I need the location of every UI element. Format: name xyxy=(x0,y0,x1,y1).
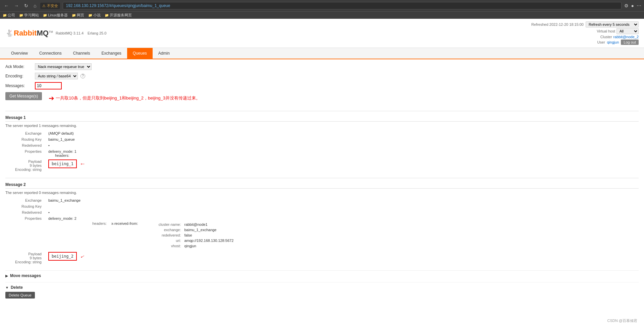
table-row: Routing Key xyxy=(5,203,639,209)
delivery-mode: delivery_mode: 1 xyxy=(48,149,636,153)
folder-icon: 📁 xyxy=(43,13,47,17)
address-bar[interactable] xyxy=(63,2,621,9)
payload-2-value: beijing_2 xyxy=(48,252,77,261)
chevron-down-icon: ▼ xyxy=(5,286,9,289)
properties-label: Properties xyxy=(5,215,46,251)
cluster-label: Cluster xyxy=(600,35,612,39)
messages-row: Messages: xyxy=(5,82,200,89)
user-label: User xyxy=(597,40,605,44)
payload-bytes: 9 bytes xyxy=(8,256,42,260)
bookmark-label: 学习网站 xyxy=(24,13,39,18)
bookmark-learning[interactable]: 📁 学习网站 xyxy=(19,13,39,18)
bookmark-opensource[interactable]: 📁 开源服务网页 xyxy=(105,13,132,18)
nav-bar: Overview Connections Channels Exchanges … xyxy=(0,48,644,59)
extensions-icon: ⚙ xyxy=(624,3,629,8)
nav-exchanges[interactable]: Exchanges xyxy=(96,48,127,59)
message-1-header: Message 1 xyxy=(5,115,639,122)
message-1-section: Message 1 The server reported 1 messages… xyxy=(5,115,639,173)
nav-channels[interactable]: Channels xyxy=(67,48,96,59)
properties-label: Properties xyxy=(5,148,46,158)
redelivered-label: Redelivered xyxy=(5,142,46,148)
nav-admin[interactable]: Admin xyxy=(153,48,175,59)
routing-key-value: baimu_1_queue xyxy=(46,136,639,142)
vhost-label: vhost: xyxy=(142,244,182,248)
refreshed-label: Refreshed 2022-12-20 18:15:00 xyxy=(531,22,584,26)
nav-queues[interactable]: Queues xyxy=(127,48,153,59)
cluster-value: rabbit@node_2 xyxy=(613,35,639,39)
table-row: vhost: qingjun xyxy=(142,244,235,248)
table-row: Properties delivery_mode: 1 headers: xyxy=(5,148,639,158)
exchange-value: baimu_1_exchange xyxy=(46,197,639,203)
delete-section: ▼ Delete Delete Queue xyxy=(5,282,639,299)
redelivered-value: • xyxy=(46,209,639,215)
payload-label: Payload xyxy=(8,252,42,256)
exchange-value: (AMQP default) xyxy=(46,130,639,136)
table-row: Exchange baimu_1_exchange xyxy=(5,197,639,203)
cluster-name-label: cluster-name: xyxy=(142,222,182,227)
headers-label: headers: xyxy=(69,221,109,249)
move-messages-section: ▶ Move messages xyxy=(5,270,639,278)
logout-button[interactable]: Log out xyxy=(621,40,639,45)
vhost-value: qingjun xyxy=(183,244,235,248)
cluster-row: Cluster rabbit@node_2 xyxy=(600,35,639,39)
headers-label: headers: xyxy=(55,153,636,157)
bookmark-label: 开源服务网页 xyxy=(110,13,132,18)
messages-label: Messages: xyxy=(5,83,32,88)
forward-button[interactable]: → xyxy=(13,2,20,9)
bookmark-company[interactable]: 📁 公司 xyxy=(3,13,15,18)
ack-mode-select[interactable]: Nack message requeue true Ack message Re… xyxy=(35,63,92,70)
refresh-button[interactable]: ↻ xyxy=(23,2,30,9)
delete-toggle[interactable]: ▼ Delete xyxy=(5,285,639,290)
exchange-header-value: baimu_1_exchange xyxy=(183,227,235,232)
folder-icon: 📁 xyxy=(88,13,92,17)
encoding-help-icon[interactable]: ? xyxy=(80,74,85,78)
routing-key-value xyxy=(46,203,639,209)
user-value: qingjun xyxy=(607,40,619,44)
home-button[interactable]: ⌂ xyxy=(32,2,38,9)
bookmark-label: 网页 xyxy=(77,13,84,18)
nav-overview[interactable]: Overview xyxy=(5,48,34,59)
erlang-version: Erlang 25.0 xyxy=(88,31,106,35)
message-2-reported: The server reported 0 messages remaining… xyxy=(5,191,639,195)
message-2-table: Exchange baimu_1_exchange Routing Key Re… xyxy=(5,197,639,265)
content-area: Ack Mode: Nack message requeue true Ack … xyxy=(0,59,644,303)
vhost-label: Virtual host xyxy=(597,29,615,33)
message-1-table: Exchange (AMQP default) Routing Key baim… xyxy=(5,130,639,173)
back-button[interactable]: ← xyxy=(3,2,10,9)
security-indicator: ⚠ 不安全 xyxy=(40,3,60,9)
delete-queue-button[interactable]: Delete Queue xyxy=(5,292,35,299)
logo-area: 🐇 RabbitMQTM RabbitMQ 3.11.4 Erlang 25.0 xyxy=(5,29,106,38)
chevron-right-icon: ▶ xyxy=(5,274,8,278)
table-row: uri: amqp://192.168.130.128:5672 xyxy=(142,238,235,243)
rabbit-icon: 🐇 xyxy=(5,29,14,37)
ack-mode-row: Ack Mode: Nack message requeue true Ack … xyxy=(5,63,639,70)
bookmark-label: 小说 xyxy=(93,13,101,18)
move-messages-toggle[interactable]: ▶ Move messages xyxy=(5,273,639,278)
browser-chrome: ← → ↻ ⌂ ⚠ 不安全 ⚙ ● ⋯ 📁 公司 📁 学习网站 📁 Linux服… xyxy=(0,0,644,19)
logo-rabbitmq: RabbitMQTM xyxy=(14,29,53,38)
move-messages-label: Move messages xyxy=(10,273,41,278)
redelivered-value: • xyxy=(46,142,639,148)
nav-connections[interactable]: Connections xyxy=(34,48,67,59)
payload-bytes: 9 bytes xyxy=(8,163,42,168)
bookmark-linux[interactable]: 📁 Linux服务器 xyxy=(43,13,68,18)
bookmark-webpage[interactable]: 📁 网页 xyxy=(72,13,84,18)
bookmarks-bar: 📁 公司 📁 学习网站 📁 Linux服务器 📁 网页 📁 小说 📁 开源服务网… xyxy=(0,11,644,19)
rabbitmq-app: 🐇 RabbitMQTM RabbitMQ 3.11.4 Erlang 25.0… xyxy=(0,19,644,320)
payload-encoding: Encoding: string xyxy=(8,168,42,172)
encoding-select[interactable]: Auto string / base64 base64 xyxy=(35,73,78,79)
folder-icon: 📁 xyxy=(72,13,76,17)
encoding-row: Encoding: Auto string / base64 base64 ? xyxy=(5,73,639,79)
refresh-info: Refreshed 2022-12-20 18:15:00 Refresh ev… xyxy=(531,21,639,27)
vhost-row: Virtual host All qingjun xyxy=(597,28,639,34)
redelivered-header-value: false xyxy=(183,233,235,238)
warning-icon: ⚠ xyxy=(42,4,46,8)
table-row: exchange: baimu_1_exchange xyxy=(142,227,235,232)
message-1-reported: The server reported 1 messages remaining… xyxy=(5,124,639,128)
get-messages-button[interactable]: Get Message(s) xyxy=(5,92,42,100)
refresh-select[interactable]: Refresh every 5 seconds Refresh every 10… xyxy=(586,21,639,27)
messages-input[interactable] xyxy=(35,82,62,89)
table-row: Payload 9 bytes Encoding: string beijing… xyxy=(5,251,639,265)
vhost-select[interactable]: All qingjun xyxy=(616,28,639,34)
bookmark-novel[interactable]: 📁 小说 xyxy=(88,13,101,18)
